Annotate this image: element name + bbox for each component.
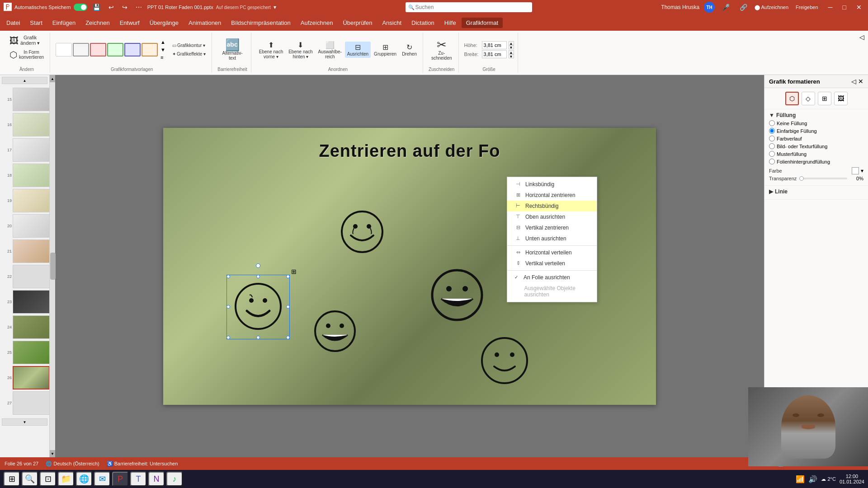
slide-scroll-up[interactable]: ▲ <box>2 77 47 84</box>
autosave-toggle[interactable] <box>74 4 87 11</box>
gruppieren-button[interactable]: ⊞ Gruppieren <box>372 42 399 58</box>
menu-hilfe[interactable]: Hilfe <box>440 18 461 28</box>
freigeben-button[interactable]: Freigeben <box>793 4 821 11</box>
keine-fuellung-radio[interactable] <box>769 120 775 126</box>
minimize-button[interactable]: ─ <box>826 3 835 12</box>
grafik-aendern-button[interactable]: 🖼 Grafikändern ▾ <box>7 33 43 47</box>
muster-radio[interactable] <box>769 151 775 157</box>
slide-thumb-23[interactable] <box>13 290 50 314</box>
taskbar-explorer[interactable]: 📁 <box>58 472 74 486</box>
ctx-unten-ausrichten[interactable]: ⊥ Unten ausrichten <box>507 233 597 244</box>
shape-style-6[interactable] <box>142 43 158 56</box>
taskbar-windows[interactable]: ⊞ <box>4 472 20 486</box>
slide-thumb-15[interactable] <box>13 88 50 111</box>
redo-button[interactable]: ↪ <box>119 3 130 12</box>
slide-thumb-19[interactable] <box>13 189 50 212</box>
ctx-vertikal-verteilen[interactable]: ⇕ Vertikal verteilen <box>507 258 597 269</box>
muster-option[interactable]: Musterfüllung <box>769 151 863 157</box>
dictation-icon[interactable]: 🎤 <box>719 3 732 12</box>
hoehe-input[interactable] <box>482 41 507 49</box>
farbe-colorbox[interactable] <box>852 167 859 174</box>
menu-bildschirmpraesentaion[interactable]: Bildschirmpräsentation <box>226 18 295 28</box>
slide-thumb-25[interactable] <box>13 341 50 364</box>
farbe-dropdown[interactable]: ▾ <box>861 168 863 174</box>
formatvorlagen-down[interactable]: ▼ <box>159 46 167 53</box>
menu-aufzeichnen[interactable]: Aufzeichnen <box>296 18 338 28</box>
record-button[interactable]: ⬤ Aufzeichnen <box>755 5 788 10</box>
ctx-vertikal-zentrieren[interactable]: ⊟ Vertikal zentrieren <box>507 222 597 233</box>
emoji-4[interactable] <box>430 268 484 324</box>
keine-fuellung-option[interactable]: Keine Füllung <box>769 120 863 126</box>
menu-start[interactable]: Start <box>25 18 47 28</box>
ausrichten-button[interactable]: ⊟ Ausrichten <box>345 42 371 58</box>
slide-thumb-20[interactable] <box>13 214 50 238</box>
panel-close-button[interactable]: ✕ <box>858 78 863 85</box>
ebene-hinten-button[interactable]: ⬇ Ebene nachhinten ▾ <box>286 39 315 61</box>
taskbar-outlook[interactable]: ✉ <box>94 472 110 486</box>
shape-style-5[interactable] <box>124 43 141 56</box>
menu-ueberpruefen[interactable]: Überprüfen <box>338 18 377 28</box>
hoehe-down[interactable]: ▼ <box>509 45 514 49</box>
ctx-ausgewaehlte-ausrichten[interactable]: Ausgewählte Objekte ausrichten <box>507 283 597 300</box>
handle-tc[interactable] <box>256 275 260 278</box>
taskbar-search[interactable]: 🔍 <box>22 472 38 486</box>
slide-thumb-16[interactable] <box>13 113 50 136</box>
menu-zeichnen[interactable]: Zeichnen <box>81 18 114 28</box>
taskbar-onenote[interactable]: N <box>148 472 165 486</box>
ctx-oben-ausrichten[interactable]: ⊤ Oben ausrichten <box>507 211 597 222</box>
taskbar-sound[interactable]: 🔊 <box>808 475 817 483</box>
taskbar-time[interactable]: 12:00 01.01.2024 <box>840 474 864 484</box>
more-button[interactable]: ⋯ <box>133 3 145 12</box>
handle-ml[interactable] <box>226 305 230 309</box>
taskbar-taskview[interactable]: ⊡ <box>40 472 56 486</box>
undo-button[interactable]: ↩ <box>106 3 117 12</box>
zuschneiden-button[interactable]: ✂ Zu-schneiden <box>429 34 455 66</box>
slide-thumb-22[interactable] <box>13 265 50 288</box>
folienhintergrund-radio[interactable] <box>769 159 775 164</box>
breite-up[interactable]: ▲ <box>509 50 514 54</box>
transparenz-thumb[interactable] <box>799 176 804 181</box>
handle-tr[interactable] <box>286 275 290 278</box>
taskbar-wifi[interactable]: 📶 <box>796 475 805 483</box>
titlebar-search[interactable]: 🔍 <box>406 2 532 12</box>
emoji-1[interactable] <box>340 209 385 256</box>
einfarbige-fuellung-option[interactable]: Einfarbige Füllung <box>769 128 863 134</box>
panel-collapse-button[interactable]: ◁ <box>851 78 856 85</box>
search-input[interactable] <box>406 2 532 12</box>
menu-einfuegen[interactable]: Einfügen <box>48 18 80 28</box>
menu-grafikformat[interactable]: Grafikformat <box>462 18 503 28</box>
menu-dictation[interactable]: Dictation <box>407 18 439 28</box>
maximize-button[interactable]: □ <box>840 3 849 12</box>
shape-style-1[interactable] <box>56 43 72 56</box>
ctx-horizontal-verteilen[interactable]: ⇔ Horizontal verteilen <box>507 247 597 258</box>
emoji-5[interactable] <box>480 336 529 387</box>
slide-thumb-26[interactable] <box>13 366 50 389</box>
bild-textur-option[interactable]: Bild- oder Texturfüllung <box>769 143 863 149</box>
handle-bc[interactable] <box>256 336 260 339</box>
handle-rotate[interactable] <box>256 263 260 268</box>
menu-ansicht[interactable]: Ansicht <box>377 18 406 28</box>
taskbar-edge[interactable]: 🌐 <box>76 472 92 486</box>
taskbar-spotify[interactable]: ♪ <box>166 472 183 486</box>
format-icon-image[interactable]: 🖼 <box>834 92 848 105</box>
bild-textur-radio[interactable] <box>769 143 775 149</box>
handle-br[interactable] <box>286 336 290 339</box>
canvas-vscroll[interactable]: ▲ ▼ <box>50 75 55 457</box>
format-icon-table[interactable]: ⊞ <box>818 92 831 105</box>
shape-style-2[interactable] <box>73 43 89 56</box>
slide-thumb-27[interactable] <box>13 391 50 415</box>
transparenz-slider[interactable] <box>799 178 847 179</box>
ctx-linksbuendig[interactable]: ⊣ Linksbündig <box>507 179 597 190</box>
taskbar-teams[interactable]: T <box>130 472 146 486</box>
menu-animationen[interactable]: Animationen <box>184 18 226 28</box>
emoji-2-selected[interactable]: ⊞ <box>233 282 283 333</box>
in-form-konvertieren-button[interactable]: ⬡ In Formkonvertieren <box>7 48 46 61</box>
formatvorlagen-more[interactable]: ≡ <box>159 54 167 61</box>
auswahlbereich-button[interactable]: ⬜ Auswahlbe-reich <box>316 39 344 61</box>
einfarbige-fuellung-radio[interactable] <box>769 128 775 134</box>
save-button[interactable]: 💾 <box>90 3 103 12</box>
fuellung-header[interactable]: ▼ Füllung <box>769 112 863 118</box>
breite-down[interactable]: ▼ <box>509 54 514 58</box>
slide-scroll-down[interactable]: ▼ <box>2 418 47 426</box>
emoji-3[interactable] <box>312 309 358 355</box>
